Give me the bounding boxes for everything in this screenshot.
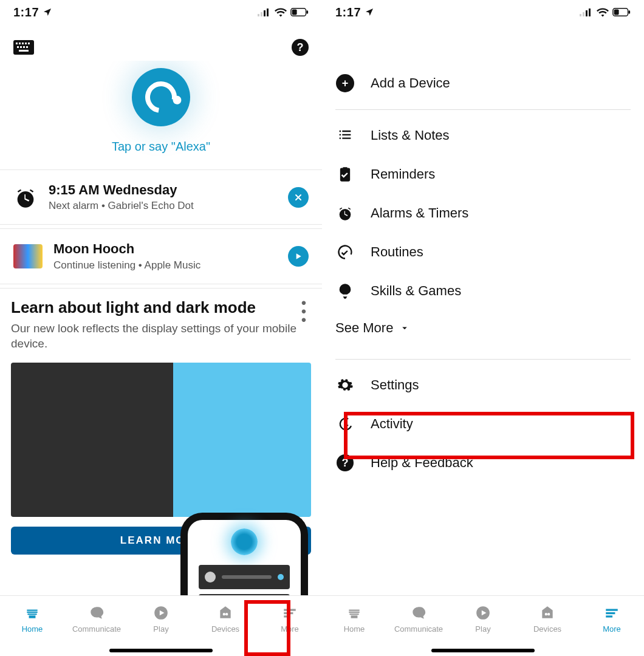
menu-reminders[interactable]: Reminders xyxy=(335,155,631,194)
screenshot-left-home: 1:17 ? Tap or say "Ale xyxy=(0,0,322,656)
tab-home[interactable]: Home xyxy=(0,596,64,643)
music-title: Moon Hooch xyxy=(53,241,277,256)
tab-communicate[interactable]: Communicate xyxy=(64,596,129,643)
menu-activity[interactable]: Activity xyxy=(335,405,631,443)
alexa-hero-text: Tap or say "Alexa" xyxy=(112,140,210,154)
svg-rect-2 xyxy=(264,10,265,16)
chat-bubble-icon xyxy=(87,605,106,621)
svg-rect-11 xyxy=(25,43,27,44)
alexa-orb-icon[interactable] xyxy=(132,68,190,126)
status-time: 1:17 xyxy=(13,5,39,19)
svg-rect-0 xyxy=(258,14,259,16)
cellular-icon xyxy=(580,8,593,16)
tab-play-label: Play xyxy=(475,624,490,634)
svg-rect-18 xyxy=(27,610,37,611)
tab-play[interactable]: Play xyxy=(451,596,515,643)
tab-devices[interactable]: Devices xyxy=(515,596,580,643)
menu-routines-label: Routines xyxy=(371,244,423,260)
keyboard-icon[interactable] xyxy=(13,40,34,55)
menu-alarms-timers-label: Alarms & Timers xyxy=(371,205,468,221)
screenshot-right-more-menu: 1:17 + Add a Device Lists & Notes Remind… xyxy=(322,0,644,656)
menu-settings[interactable]: Settings xyxy=(335,366,631,405)
svg-rect-32 xyxy=(606,609,618,611)
svg-rect-3 xyxy=(267,9,269,16)
tab-communicate-label: Communicate xyxy=(394,624,443,634)
menu-add-device[interactable]: + Add a Device xyxy=(335,63,631,103)
svg-rect-29 xyxy=(628,10,630,13)
play-circle-icon xyxy=(474,605,492,621)
svg-rect-15 xyxy=(23,46,25,48)
tab-play[interactable]: Play xyxy=(129,596,193,643)
menu-help-feedback[interactable]: ? Help & Feedback xyxy=(335,443,631,482)
devices-icon xyxy=(216,605,235,621)
status-bar: 1:17 xyxy=(0,0,322,24)
svg-rect-33 xyxy=(606,612,615,614)
tab-devices[interactable]: Devices xyxy=(193,596,258,643)
location-arrow-icon xyxy=(43,7,52,17)
svg-rect-28 xyxy=(614,10,619,15)
svg-rect-21 xyxy=(284,612,293,614)
menu-skills-games[interactable]: Skills & Games xyxy=(335,272,631,310)
svg-rect-17 xyxy=(19,50,29,52)
menu-add-device-label: Add a Device xyxy=(371,75,450,91)
play-circle-icon xyxy=(152,605,170,621)
alarm-title: 9:15 AM Wednesday xyxy=(49,182,277,197)
tab-communicate-label: Communicate xyxy=(72,624,121,634)
home-indicator[interactable] xyxy=(109,649,213,652)
svg-rect-9 xyxy=(19,43,21,44)
learn-image xyxy=(11,363,311,517)
home-icon xyxy=(345,605,363,621)
help-icon[interactable]: ? xyxy=(292,39,309,56)
menu-separator xyxy=(335,359,631,360)
menu-lists-notes[interactable]: Lists & Notes xyxy=(335,116,631,155)
svg-rect-13 xyxy=(17,46,19,48)
svg-rect-24 xyxy=(583,12,584,16)
svg-rect-25 xyxy=(586,10,587,16)
chevron-down-icon xyxy=(399,323,410,333)
list-icon xyxy=(337,127,354,144)
play-music-button[interactable] xyxy=(288,246,309,267)
menu-alarms-timers[interactable]: Alarms & Timers xyxy=(335,194,631,233)
svg-rect-26 xyxy=(589,9,591,16)
alexa-hero[interactable]: Tap or say "Alexa" xyxy=(0,61,322,169)
learn-title: Learn about light and dark mode xyxy=(11,298,296,317)
card-overflow-button[interactable]: ••• xyxy=(296,298,311,326)
alarm-subtitle: Next alarm • Gabriel's Echo Dot xyxy=(49,200,277,212)
close-icon xyxy=(293,193,303,202)
tab-more[interactable]: More xyxy=(580,596,644,643)
skills-icon xyxy=(337,282,354,299)
gear-icon xyxy=(337,377,354,394)
svg-rect-16 xyxy=(26,46,28,48)
menu-lists-notes-label: Lists & Notes xyxy=(371,128,450,143)
album-art-thumb xyxy=(13,244,43,268)
dismiss-alarm-button[interactable] xyxy=(288,187,309,208)
home-indicator[interactable] xyxy=(431,649,535,652)
wifi-icon xyxy=(275,7,287,17)
alarm-card[interactable]: 9:15 AM Wednesday Next alarm • Gabriel's… xyxy=(0,169,322,225)
svg-rect-14 xyxy=(20,46,22,48)
question-icon: ? xyxy=(337,454,354,471)
menu-routines[interactable]: Routines xyxy=(335,233,631,272)
music-card[interactable]: Moon Hooch Continue listening • Apple Mu… xyxy=(0,228,322,284)
tab-more[interactable]: More xyxy=(258,596,322,643)
menu-activity-label: Activity xyxy=(371,416,413,432)
tab-play-label: Play xyxy=(153,624,168,634)
status-time: 1:17 xyxy=(335,5,361,19)
svg-rect-8 xyxy=(16,43,18,44)
chat-bubble-icon xyxy=(409,605,428,621)
menu-reminders-label: Reminders xyxy=(371,166,435,182)
menu-skills-games-label: Skills & Games xyxy=(371,283,461,299)
menu-see-more[interactable]: See More xyxy=(335,310,631,353)
menu-separator xyxy=(335,109,631,110)
svg-rect-23 xyxy=(580,14,581,16)
tab-communicate[interactable]: Communicate xyxy=(386,596,451,643)
home-icon xyxy=(23,605,41,621)
clipboard-check-icon xyxy=(337,166,354,183)
more-icon xyxy=(603,605,621,621)
svg-rect-22 xyxy=(284,615,290,617)
routines-icon xyxy=(337,244,354,261)
menu-help-feedback-label: Help & Feedback xyxy=(371,455,473,471)
svg-rect-5 xyxy=(292,10,297,15)
tab-home[interactable]: Home xyxy=(322,596,386,643)
play-icon xyxy=(293,251,303,261)
